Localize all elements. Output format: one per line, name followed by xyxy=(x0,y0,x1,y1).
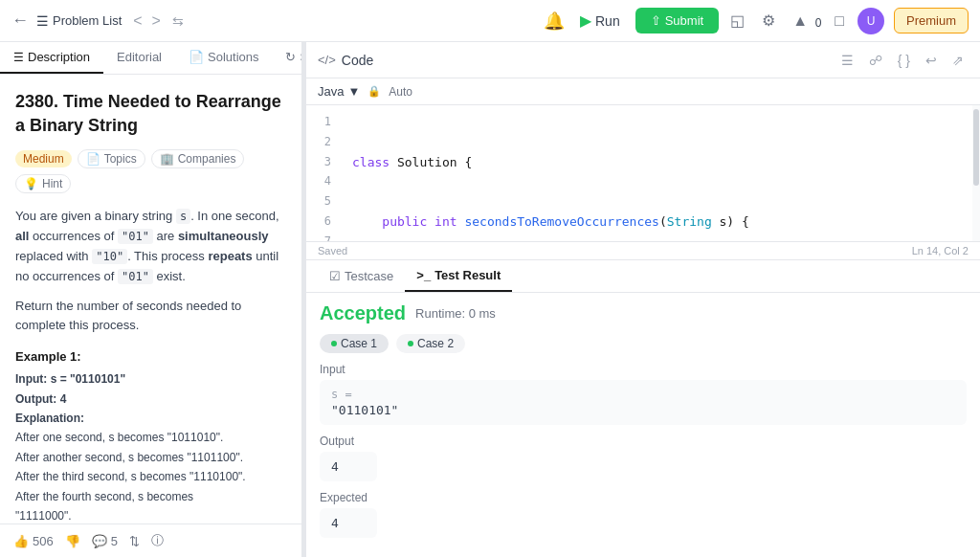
undo-icon-btn[interactable]: ↩ xyxy=(921,50,942,71)
line-num-5: 5 xyxy=(306,192,341,212)
input-value: "0110101" xyxy=(331,403,955,417)
accepted-row: Accepted Runtime: 0 ms xyxy=(320,302,967,324)
bookmark-icon-btn[interactable]: ☍ xyxy=(864,50,887,71)
play-icon: ▶ xyxy=(580,11,591,30)
expected-label: Expected xyxy=(320,491,967,504)
next-problem-btn[interactable]: > xyxy=(148,11,165,32)
prev-problem-btn[interactable]: < xyxy=(129,11,145,32)
line-num-6: 6 xyxy=(306,212,341,233)
run-button[interactable]: ▶ Run xyxy=(572,8,628,33)
test-panel: ☑ Testcase >_ Test Result Accepted Runti… xyxy=(306,259,980,557)
notification-bell-btn[interactable]: ▲ xyxy=(789,9,812,33)
top-navigation: ← ☰ Problem List < > ⇆ 🔔 ▶ Run ⇧ Submit … xyxy=(0,0,980,42)
desc-text-2: . In one second, xyxy=(190,209,279,223)
submit-label: Submit xyxy=(665,13,703,28)
tab-solutions[interactable]: 📄 Solutions xyxy=(175,42,272,74)
comment-button[interactable]: 💬 5 xyxy=(92,534,118,548)
topics-tag[interactable]: 📄 Topics xyxy=(78,149,145,168)
chevron-down-icon: ▼ xyxy=(347,84,360,99)
scrollbar-thumb[interactable] xyxy=(973,109,979,186)
desc-text-3: occurrences of xyxy=(29,229,118,243)
case-1-dot xyxy=(331,341,337,346)
problem-title: 2380. Time Needed to Rearrange a Binary … xyxy=(15,90,286,138)
tab-submissions[interactable]: ↻ Submissions xyxy=(272,42,302,74)
hint-label: Hint xyxy=(42,177,62,190)
cursor-position: Ln 14, Col 2 xyxy=(912,245,969,256)
language-selector[interactable]: Java ▼ xyxy=(318,84,360,99)
tab-description[interactable]: ☰ Description xyxy=(0,42,103,74)
accepted-text: Accepted xyxy=(320,302,406,324)
submit-button[interactable]: ⇧ Submit xyxy=(635,8,719,33)
problem-content: 2380. Time Needed to Rearrange a Binary … xyxy=(0,75,301,524)
format-icon-btn[interactable]: { } xyxy=(893,50,915,71)
code-editor-body[interactable]: 1 2 3 4 5 6 7 8 9 10 11 class Solution {… xyxy=(306,105,980,241)
case-1-tab[interactable]: Case 1 xyxy=(320,334,389,353)
code-title: </> Code xyxy=(318,53,373,68)
premium-button[interactable]: Premium xyxy=(894,8,969,33)
status-bar: Saved Ln 14, Col 2 xyxy=(306,241,980,259)
language-bar: Java ▼ 🔒 Auto xyxy=(306,78,980,105)
editorial-tab-label: Editorial xyxy=(117,50,162,64)
fullscreen-icon-btn[interactable]: ⇗ xyxy=(947,50,969,71)
line-num-7: 7 xyxy=(306,233,341,241)
description-tab-label: Description xyxy=(28,50,90,64)
shuffle-icon[interactable]: ⇆ xyxy=(172,13,184,29)
desc-code-3: "10" xyxy=(92,249,127,264)
problem-number: 2380. xyxy=(15,92,58,111)
testcase-tab[interactable]: ☑ Testcase xyxy=(318,260,405,292)
main-layout: ☰ Description Editorial 📄 Solutions ↻ Su… xyxy=(0,42,980,557)
desc-text-1: You are given a binary string xyxy=(15,209,176,223)
desc-bold-3: repeats xyxy=(208,249,252,263)
code-content[interactable]: class Solution { public int secondsToRem… xyxy=(341,105,972,241)
settings-icon-btn[interactable]: ⚙ xyxy=(758,8,779,33)
left-tabs: ☰ Description Editorial 📄 Solutions ↻ Su… xyxy=(0,42,301,75)
desc-text-8: exist. xyxy=(153,269,186,283)
line-numbers: 1 2 3 4 5 6 7 8 9 10 11 xyxy=(306,105,341,241)
scrollbar-track[interactable] xyxy=(972,105,980,241)
problem-list-link[interactable]: ☰ Problem List xyxy=(36,13,122,29)
desc-code-2: "01" xyxy=(118,229,153,244)
test-result-tab[interactable]: >_ Test Result xyxy=(405,260,512,292)
chat-icon-btn[interactable]: □ xyxy=(831,9,848,33)
like-button[interactable]: 👍 506 xyxy=(13,534,54,548)
notification-count: 0 xyxy=(815,15,822,29)
example-1-expl-1: After one second, s becomes "1011010". xyxy=(15,428,286,447)
difficulty-badge[interactable]: Medium xyxy=(15,150,72,167)
menu-icon-btn[interactable]: ☰ xyxy=(836,50,858,71)
checkbox-icon: ☑ xyxy=(329,269,341,283)
output-value-box: 4 xyxy=(320,452,377,481)
left-panel: ☰ Description Editorial 📄 Solutions ↻ Su… xyxy=(0,42,302,557)
runtime-text: Runtime: 0 ms xyxy=(415,306,496,321)
testcase-tab-label: Testcase xyxy=(345,269,393,283)
bottom-bar: 👍 506 👎 💬 5 ⇅ ⓘ xyxy=(0,524,301,557)
notification-area: ▲ 0 xyxy=(789,9,821,33)
output-label: Output xyxy=(320,434,967,448)
case-2-tab[interactable]: Case 2 xyxy=(396,334,465,353)
test-result-content: Accepted Runtime: 0 ms Case 1 Case 2 Inp… xyxy=(306,293,980,557)
tag-icon: 📄 xyxy=(86,152,100,166)
code-line-1: class Solution { xyxy=(352,153,972,173)
back-icon[interactable]: ← xyxy=(11,11,29,31)
hint-tag[interactable]: 💡 Hint xyxy=(15,174,71,193)
avatar[interactable]: U xyxy=(858,8,884,34)
dislike-button[interactable]: 👎 xyxy=(65,534,80,548)
output-value: 4 xyxy=(331,459,366,474)
line-num-4: 4 xyxy=(306,172,341,192)
case-2-dot xyxy=(408,341,413,346)
example-1-expl-title: Explanation: xyxy=(15,409,286,428)
companies-tag[interactable]: 🏢 Companies xyxy=(151,149,245,168)
grid-icon-btn[interactable]: ◱ xyxy=(726,8,748,33)
right-panel: </> Code ☰ ☍ { } ↩ ⇗ Java ▼ 🔒 Auto xyxy=(306,42,980,557)
tab-editorial[interactable]: Editorial xyxy=(103,42,175,74)
thumbs-down-icon: 👎 xyxy=(65,534,80,548)
report-button[interactable]: ⓘ xyxy=(151,532,164,549)
nav-right: ◱ ⚙ ▲ 0 □ U Premium xyxy=(726,8,969,34)
example-1: Example 1: Input: s = "0110101" Output: … xyxy=(15,349,286,524)
code-line-2: public int secondsToRemoveOccurrences(St… xyxy=(352,212,972,233)
share-button[interactable]: ⇅ xyxy=(129,534,140,548)
desc-return: Return the number of seconds needed to c… xyxy=(15,297,286,337)
nav-center-actions: 🔔 ▶ Run ⇧ Submit xyxy=(544,8,719,33)
info-icon: ⓘ xyxy=(151,532,164,549)
example-1-expl-5: "1111000". xyxy=(15,506,286,524)
line-num-1: 1 xyxy=(306,113,341,133)
